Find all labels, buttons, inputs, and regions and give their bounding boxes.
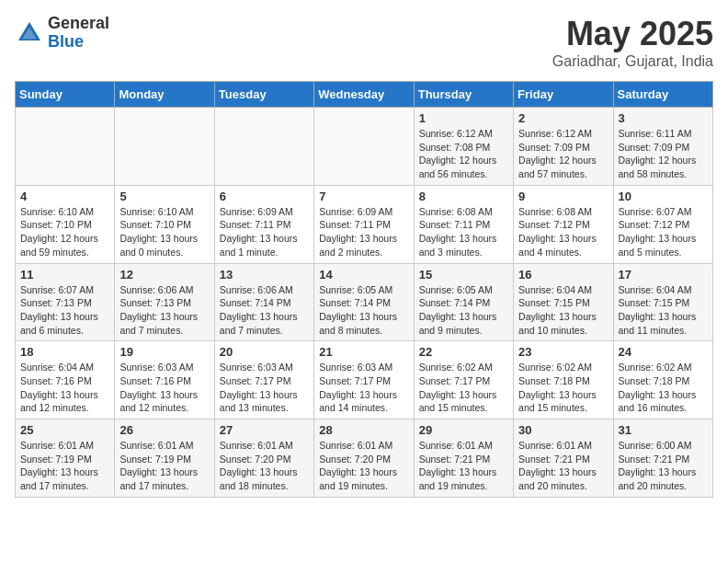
calendar-cell [314, 108, 414, 186]
calendar-cell: 5Sunrise: 6:10 AMSunset: 7:10 PMDaylight… [115, 185, 214, 263]
day-number: 21 [319, 345, 408, 359]
day-info: Sunrise: 6:01 AMSunset: 7:21 PMDaylight:… [419, 439, 508, 493]
calendar-cell: 10Sunrise: 6:07 AMSunset: 7:12 PMDayligh… [613, 185, 712, 263]
calendar-cell: 7Sunrise: 6:09 AMSunset: 7:11 PMDaylight… [314, 185, 414, 263]
day-number: 26 [119, 423, 209, 437]
calendar-cell: 30Sunrise: 6:01 AMSunset: 7:21 PMDayligh… [514, 419, 613, 498]
day-info: Sunrise: 6:05 AMSunset: 7:14 PMDaylight:… [319, 283, 408, 338]
day-number: 6 [220, 190, 309, 203]
calendar-cell: 3Sunrise: 6:11 AMSunset: 7:09 PMDaylight… [613, 108, 712, 186]
day-info: Sunrise: 6:03 AMSunset: 7:17 PMDaylight:… [319, 361, 408, 415]
day-info: Sunrise: 6:12 AMSunset: 7:09 PMDaylight:… [518, 127, 608, 181]
logo-blue-text: Blue [48, 33, 109, 52]
calendar-cell: 15Sunrise: 6:05 AMSunset: 7:14 PMDayligh… [414, 263, 513, 341]
day-info: Sunrise: 6:01 AMSunset: 7:19 PMDaylight:… [20, 439, 109, 493]
day-info: Sunrise: 6:12 AMSunset: 7:08 PMDaylight:… [419, 127, 508, 181]
day-number: 17 [619, 268, 708, 282]
day-info: Sunrise: 6:04 AMSunset: 7:15 PMDaylight:… [518, 283, 608, 338]
calendar-cell: 12Sunrise: 6:06 AMSunset: 7:13 PMDayligh… [115, 263, 214, 341]
title-block: May 2025 Gariadhar, Gujarat, India [552, 15, 713, 70]
calendar-cell: 11Sunrise: 6:07 AMSunset: 7:13 PMDayligh… [16, 263, 115, 341]
day-info: Sunrise: 6:01 AMSunset: 7:21 PMDaylight:… [518, 439, 608, 493]
month-title: May 2025 [552, 15, 713, 53]
day-number: 13 [220, 268, 309, 282]
calendar-cell [214, 108, 313, 186]
page-header: General Blue May 2025 Gariadhar, Gujarat… [15, 15, 713, 70]
calendar-cell: 31Sunrise: 6:00 AMSunset: 7:21 PMDayligh… [613, 419, 712, 498]
day-info: Sunrise: 6:10 AMSunset: 7:10 PMDaylight:… [119, 205, 209, 259]
calendar-body: 1Sunrise: 6:12 AMSunset: 7:08 PMDaylight… [16, 108, 713, 498]
day-number: 22 [419, 345, 508, 359]
day-info: Sunrise: 6:03 AMSunset: 7:17 PMDaylight:… [220, 361, 309, 415]
calendar-cell: 26Sunrise: 6:01 AMSunset: 7:19 PMDayligh… [115, 419, 214, 498]
day-number: 11 [20, 268, 109, 282]
calendar-week-2: 4Sunrise: 6:10 AMSunset: 7:10 PMDaylight… [16, 185, 713, 263]
calendar-cell: 13Sunrise: 6:06 AMSunset: 7:14 PMDayligh… [214, 263, 313, 341]
day-info: Sunrise: 6:05 AMSunset: 7:14 PMDaylight:… [419, 283, 508, 338]
day-number: 28 [319, 423, 408, 437]
day-number: 31 [619, 423, 708, 437]
day-info: Sunrise: 6:07 AMSunset: 7:13 PMDaylight:… [20, 283, 109, 338]
calendar-cell: 25Sunrise: 6:01 AMSunset: 7:19 PMDayligh… [16, 419, 115, 498]
calendar-cell: 27Sunrise: 6:01 AMSunset: 7:20 PMDayligh… [214, 419, 313, 498]
col-saturday: Saturday [613, 82, 712, 108]
day-info: Sunrise: 6:00 AMSunset: 7:21 PMDaylight:… [619, 439, 708, 493]
col-wednesday: Wednesday [314, 82, 414, 108]
calendar-cell: 6Sunrise: 6:09 AMSunset: 7:11 PMDaylight… [214, 185, 313, 263]
calendar-cell: 16Sunrise: 6:04 AMSunset: 7:15 PMDayligh… [514, 263, 613, 341]
day-number: 2 [518, 111, 608, 125]
day-info: Sunrise: 6:01 AMSunset: 7:20 PMDaylight:… [220, 439, 309, 493]
day-info: Sunrise: 6:09 AMSunset: 7:11 PMDaylight:… [220, 205, 309, 259]
day-info: Sunrise: 6:01 AMSunset: 7:19 PMDaylight:… [119, 439, 209, 493]
day-info: Sunrise: 6:10 AMSunset: 7:10 PMDaylight:… [20, 205, 109, 259]
logo-text: General Blue [48, 15, 109, 52]
calendar-cell: 22Sunrise: 6:02 AMSunset: 7:17 PMDayligh… [414, 341, 513, 419]
calendar-cell: 20Sunrise: 6:03 AMSunset: 7:17 PMDayligh… [214, 341, 313, 419]
calendar-cell [115, 108, 214, 186]
day-info: Sunrise: 6:02 AMSunset: 7:18 PMDaylight:… [518, 361, 608, 415]
calendar-cell: 9Sunrise: 6:08 AMSunset: 7:12 PMDaylight… [514, 185, 613, 263]
calendar-week-5: 25Sunrise: 6:01 AMSunset: 7:19 PMDayligh… [16, 419, 713, 498]
calendar-header: Sunday Monday Tuesday Wednesday Thursday… [16, 82, 713, 108]
logo-icon [15, 18, 44, 48]
location-text: Gariadhar, Gujarat, India [552, 53, 713, 70]
calendar-cell: 23Sunrise: 6:02 AMSunset: 7:18 PMDayligh… [514, 341, 613, 419]
day-number: 20 [220, 345, 309, 359]
col-sunday: Sunday [16, 82, 115, 108]
day-info: Sunrise: 6:06 AMSunset: 7:14 PMDaylight:… [220, 283, 309, 338]
day-number: 15 [419, 268, 508, 282]
calendar-cell: 4Sunrise: 6:10 AMSunset: 7:10 PMDaylight… [16, 185, 115, 263]
calendar-week-4: 18Sunrise: 6:04 AMSunset: 7:16 PMDayligh… [16, 341, 713, 419]
col-thursday: Thursday [414, 82, 513, 108]
day-info: Sunrise: 6:01 AMSunset: 7:20 PMDaylight:… [319, 439, 408, 493]
day-info: Sunrise: 6:09 AMSunset: 7:11 PMDaylight:… [319, 205, 408, 259]
calendar-cell: 21Sunrise: 6:03 AMSunset: 7:17 PMDayligh… [314, 341, 414, 419]
calendar-cell: 19Sunrise: 6:03 AMSunset: 7:16 PMDayligh… [115, 341, 214, 419]
calendar-table: Sunday Monday Tuesday Wednesday Thursday… [15, 81, 713, 498]
calendar-cell: 8Sunrise: 6:08 AMSunset: 7:11 PMDaylight… [414, 185, 513, 263]
col-friday: Friday [514, 82, 613, 108]
day-number: 5 [119, 190, 209, 203]
day-info: Sunrise: 6:04 AMSunset: 7:16 PMDaylight:… [20, 361, 109, 415]
day-number: 25 [20, 423, 109, 437]
day-info: Sunrise: 6:08 AMSunset: 7:11 PMDaylight:… [419, 205, 508, 259]
logo: General Blue [15, 15, 109, 52]
day-number: 9 [518, 190, 608, 203]
calendar-week-3: 11Sunrise: 6:07 AMSunset: 7:13 PMDayligh… [16, 263, 713, 341]
day-number: 12 [119, 268, 209, 282]
day-info: Sunrise: 6:03 AMSunset: 7:16 PMDaylight:… [119, 361, 209, 415]
day-number: 8 [419, 190, 508, 203]
day-info: Sunrise: 6:06 AMSunset: 7:13 PMDaylight:… [119, 283, 209, 338]
day-number: 7 [319, 190, 408, 203]
day-number: 19 [119, 345, 209, 359]
calendar-cell: 28Sunrise: 6:01 AMSunset: 7:20 PMDayligh… [314, 419, 414, 498]
calendar-cell: 17Sunrise: 6:04 AMSunset: 7:15 PMDayligh… [613, 263, 712, 341]
day-number: 3 [619, 111, 708, 125]
day-info: Sunrise: 6:11 AMSunset: 7:09 PMDaylight:… [619, 127, 708, 181]
day-number: 10 [619, 190, 708, 203]
day-number: 23 [518, 345, 608, 359]
day-number: 30 [518, 423, 608, 437]
day-info: Sunrise: 6:08 AMSunset: 7:12 PMDaylight:… [518, 205, 608, 259]
day-number: 4 [20, 190, 109, 203]
day-number: 24 [619, 345, 708, 359]
